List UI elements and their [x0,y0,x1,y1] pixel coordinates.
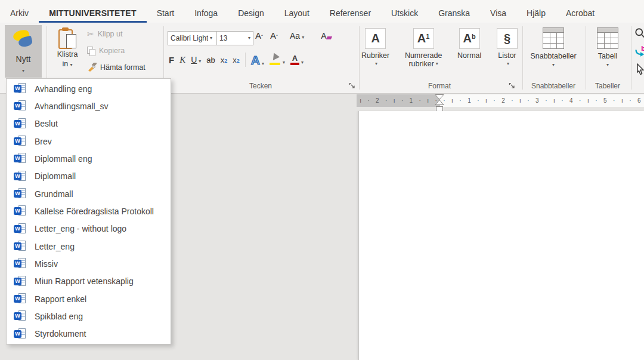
format-group-label: Format [361,82,518,90]
nytt-button[interactable]: Nytt ▾ [5,25,42,78]
ruler-mark: 5 [603,98,607,104]
word-file-icon: W [14,205,26,217]
subscript-button[interactable]: x2 [221,56,228,64]
underline-button[interactable]: U ▾ [191,56,201,64]
ruler-mark: 3 [535,98,539,104]
format-style-button[interactable]: Ab Normal [457,23,481,80]
template-menu-item[interactable]: W Letter_eng - without logo [7,220,171,238]
font-size-combobox[interactable]: 13 ▾ [216,31,253,45]
editing-group-cutoff: b [634,25,644,81]
italic-button[interactable]: K [179,56,185,64]
template-menu-item[interactable]: W Diplommall eng [7,150,171,167]
ruler-mark: ı [621,98,623,104]
ribbon-tab[interactable]: Design [228,3,274,23]
ruler-mark: ı [360,98,361,104]
document-page[interactable] [358,111,644,360]
ribbon-tab[interactable]: Visa [480,3,516,23]
group-divider [359,26,360,90]
clear-formatting-button[interactable]: A [321,32,326,40]
highlighter-icon [270,54,281,65]
ribbon-tab[interactable]: Utskick [381,3,428,23]
ruler-text-section: ·ı·1·ı·2·ı·3·ı·4·ı·5·ı·6 [440,94,644,107]
scissors-icon: ✂ [87,29,94,39]
change-case-button[interactable]: Aa▾ [290,32,304,40]
ruler-mark: · [613,98,615,104]
ribbon-tab[interactable]: Granska [428,3,480,23]
divider [245,53,246,67]
font-dialog-launcher[interactable] [349,82,355,89]
template-menu-item[interactable]: W Missiv [7,255,171,272]
ribbon-tab[interactable]: Start [147,3,185,23]
ruler-mark: · [493,98,495,104]
strikethrough-button[interactable]: ab [206,56,215,64]
style-icon: § [497,28,518,49]
highlight-color-button[interactable]: ▾ [270,54,285,65]
ruler-mark: · [561,98,563,104]
template-menu-item[interactable]: W Kallelse Föredragslista Protokoll [7,202,171,220]
template-menu-item[interactable]: W Rapport enkel [7,290,171,307]
ruler-mark: · [511,98,513,104]
ruler-mark: · [419,98,421,104]
ruler-mark: · [459,98,461,104]
search-icon[interactable] [634,27,644,39]
template-menu-item[interactable]: W Beslut [7,115,171,133]
table-grid-icon [597,27,618,49]
ruler-mark: ı [394,98,395,104]
shrink-font-button[interactable]: Aˇ [270,31,278,40]
template-menu-item[interactable]: W Grundmall [7,185,171,202]
format-dialog-launcher[interactable] [509,82,515,89]
paste-button[interactable]: Klistra in ▾ [51,26,83,76]
text-effects-button[interactable]: A ▾ [251,54,264,66]
word-file-icon: W [14,241,26,252]
template-menu-item[interactable]: W Avhandling eng [7,80,171,97]
template-menu-item[interactable]: W Miun Rapport vetenskaplig [7,273,171,290]
format-style-buttons: A Rubriker ▾ A1 Numrerade rubriker▾ Ab N… [361,23,518,80]
ruler-mark: · [629,98,631,104]
select-arrow-icon[interactable] [634,63,644,75]
group-divider [631,26,631,90]
font-name-value: Calibri Light (R [171,34,208,42]
font-color-button[interactable]: A ▾ [290,54,304,65]
ruler-mark: 4 [569,98,573,104]
ribbon-tab[interactable]: MITTUNIVERSITETET [39,3,147,23]
bold-button[interactable]: F [169,56,174,64]
ribbon-tab[interactable]: Infoga [184,3,228,23]
chevron-down-icon: ▾ [283,60,285,65]
ribbon-tab[interactable]: Arkiv [0,3,39,23]
ruler-mark: · [545,98,547,104]
template-menu-item[interactable]: W Diplommall [7,168,171,185]
template-menu-item[interactable]: W Avhandlingsmall_sv [7,97,171,115]
word-file-icon: W [14,293,26,304]
font-name-combobox[interactable]: Calibri Light (R ▾ [168,31,221,45]
replace-icon[interactable]: b [634,45,644,57]
format-style-button[interactable]: A1 Numrerade rubriker▾ [405,23,442,80]
superscript-button[interactable]: x2 [233,56,240,64]
quick-tables-button[interactable]: Snabbtabeller ▾ [524,23,583,67]
template-menu-item[interactable]: W Spikblad eng [7,307,171,325]
chevron-down-icon: ▾ [199,59,201,64]
ruler-mark: 2 [501,98,505,104]
format-style-button[interactable]: § Listor ▾ [497,23,518,80]
ribbon-tab[interactable]: Hjälp [516,3,556,23]
format-painter-button[interactable]: Hämta format [84,59,148,76]
chevron-down-icon: ▾ [248,36,250,41]
tables-group-label: Tabeller [587,82,628,90]
grow-font-button[interactable]: Aˆ [255,31,263,40]
template-menu-item[interactable]: W Brev [7,133,171,150]
chevron-down-icon: ▾ [436,61,438,66]
horizontal-ruler[interactable]: ı·2·ı·1·ı· ·ı·1·ı·2·ı·3·ı·4·ı·5·ı·6 [357,94,644,107]
template-menu-item[interactable]: W Styrdokument [7,325,171,343]
ribbon-tab[interactable]: Acrobat [556,3,605,23]
chevron-down-icon: ▾ [375,61,377,66]
template-menu-item[interactable]: W Letter_eng [7,238,171,255]
ribbon-tab[interactable]: Layout [274,3,320,23]
ribbon-tab[interactable]: Referenser [320,3,381,23]
chevron-down-icon: ▾ [70,62,73,67]
word-file-icon: W [14,83,26,94]
ruler-mark: · [401,98,403,104]
format-style-button[interactable]: A Rubriker ▾ [361,23,389,80]
table-grid-icon [543,27,564,49]
table-button[interactable]: Tabell ▾ [587,23,628,67]
clipboard-icon [58,27,76,50]
style-icon: Ab [459,28,480,49]
